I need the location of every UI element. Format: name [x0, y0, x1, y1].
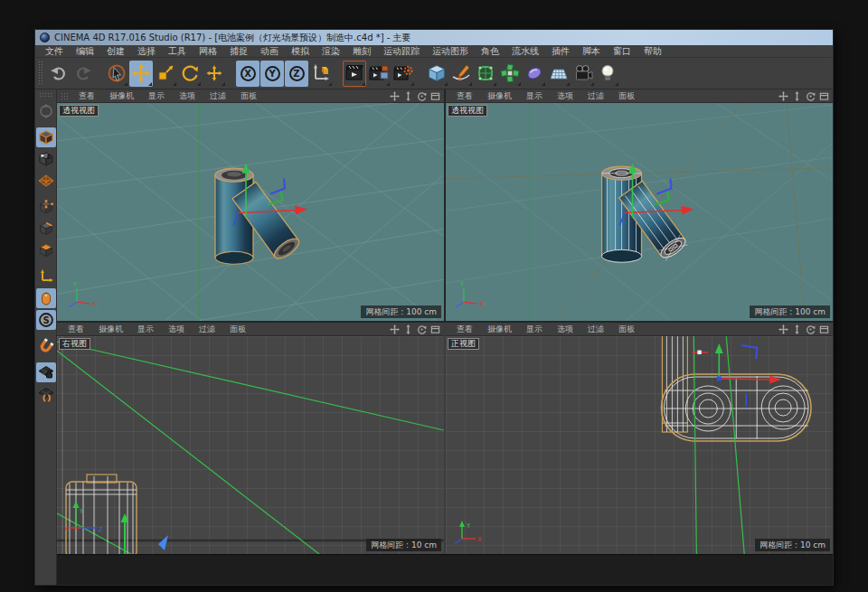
viewport-menu-view[interactable]: 查看 [449, 323, 480, 336]
redo-button[interactable] [71, 61, 95, 87]
menu-item-select[interactable]: 选择 [131, 45, 162, 58]
subdivision-surface-button[interactable] [474, 61, 497, 87]
viewport-menu-view[interactable]: 查看 [61, 323, 91, 336]
lock-x-axis-button[interactable]: X [236, 61, 259, 87]
lock-y-axis-button[interactable]: Y [260, 61, 284, 87]
menu-item-mesh[interactable]: 网格 [193, 45, 223, 58]
floor-button[interactable] [547, 61, 571, 87]
live-selection-button[interactable] [105, 61, 128, 87]
snap-enable-button[interactable]: S [36, 310, 56, 330]
last-tool-button[interactable] [203, 61, 226, 87]
viewport-menu-display[interactable]: 显示 [519, 89, 550, 103]
lock-workplane-button[interactable] [36, 362, 56, 382]
axis-gizmo[interactable] [692, 343, 781, 407]
viewport-menu-view[interactable]: 查看 [449, 89, 480, 103]
viewport-menu-options[interactable]: 选项 [172, 89, 203, 103]
viewport-menu-filter[interactable]: 过滤 [580, 323, 611, 336]
menu-item-mograph[interactable]: 运动图形 [426, 45, 475, 58]
viewport-menu-filter[interactable]: 过滤 [192, 323, 222, 336]
viewport-menu-cameras[interactable]: 摄像机 [480, 323, 519, 336]
viewport-menu-panel[interactable]: 面板 [611, 89, 642, 103]
pan-icon[interactable] [390, 91, 400, 101]
menu-item-script[interactable]: 脚本 [576, 45, 607, 58]
dolly-icon[interactable] [792, 91, 802, 101]
viewport-top-left-canvas[interactable]: Y X 透视视图 网格间距 : 100 cm [57, 103, 444, 321]
viewport-menu-display[interactable]: 显示 [141, 89, 172, 103]
menu-item-motion-tracker[interactable]: 运动跟踪 [377, 45, 426, 58]
viewport-bottom-left-canvas[interactable]: Y X Z 右视图 [57, 336, 444, 554]
viewport-menu-cameras[interactable]: 摄像机 [91, 323, 130, 336]
add-primitive-button[interactable] [425, 61, 448, 87]
camera-button[interactable] [571, 61, 595, 87]
model-mode-button[interactable] [36, 127, 56, 147]
dolly-icon[interactable] [403, 324, 413, 334]
viewport-menu-display[interactable]: 显示 [130, 323, 161, 336]
rotate-view-icon[interactable] [417, 91, 427, 101]
toolbar-grip[interactable] [38, 61, 43, 86]
dolly-icon[interactable] [403, 91, 413, 101]
toggle-view-icon[interactable] [819, 91, 829, 101]
camera-cone-marker[interactable] [158, 535, 168, 550]
menu-item-window[interactable]: 窗口 [607, 45, 637, 58]
render-settings-button[interactable] [392, 61, 415, 87]
undo-button[interactable] [47, 61, 71, 87]
viewport-menu-filter[interactable]: 过滤 [203, 89, 233, 103]
viewport-top-right-canvas[interactable]: Y X 透视视图 网格间距 : 100 cm [446, 103, 833, 321]
rotate-view-icon[interactable] [417, 324, 427, 334]
enable-axis-button[interactable] [36, 267, 56, 287]
viewport-menu-view[interactable]: 查看 [71, 89, 102, 103]
viewport-bottom-right-canvas[interactable]: Y X 正视图 网格间距 : 10 cm [446, 336, 833, 554]
menu-item-create[interactable]: 创建 [100, 45, 131, 58]
array-generator-button[interactable] [498, 61, 522, 87]
metaball-button[interactable] [523, 61, 546, 87]
menu-item-animate[interactable]: 动画 [254, 45, 285, 58]
viewport-menu-options[interactable]: 选项 [161, 323, 192, 336]
toggle-view-icon[interactable] [819, 324, 829, 334]
viewport-menu-cameras[interactable]: 摄像机 [102, 89, 141, 103]
planar-workplane-button[interactable] [36, 384, 56, 404]
viewport-menu-panel[interactable]: 面板 [222, 323, 253, 336]
menu-item-help[interactable]: 帮助 [637, 45, 668, 58]
menu-item-snap[interactable]: 捕捉 [223, 45, 254, 58]
texture-mode-button[interactable] [36, 149, 56, 169]
magnet-snap-button[interactable] [36, 336, 56, 356]
polygons-mode-button[interactable] [36, 240, 56, 260]
mouse-input-button[interactable] [36, 288, 56, 308]
palette-grip[interactable] [39, 92, 53, 99]
lock-z-axis-button[interactable]: Z [285, 61, 308, 87]
viewport-menu-panel[interactable]: 面板 [611, 323, 642, 336]
pan-icon[interactable] [778, 324, 788, 334]
points-mode-button[interactable] [36, 197, 56, 217]
rotate-view-icon[interactable] [806, 91, 816, 101]
viewport-menu-options[interactable]: 选项 [550, 89, 580, 103]
title-bar[interactable]: CINEMA 4D R17.016 Studio (R17) - [电池案例（灯… [35, 30, 833, 45]
menu-item-file[interactable]: 文件 [39, 45, 70, 58]
light-button[interactable] [596, 61, 619, 87]
coordinate-system-button[interactable] [309, 61, 333, 87]
scale-tool-button[interactable] [154, 61, 177, 87]
add-spline-button[interactable] [449, 61, 473, 87]
rotate-tool-button[interactable] [178, 61, 202, 87]
viewport-menu-display[interactable]: 显示 [519, 323, 550, 336]
menu-item-edit[interactable]: 编辑 [70, 45, 100, 58]
dolly-icon[interactable] [792, 324, 802, 334]
viewport-menu-options[interactable]: 选项 [550, 323, 580, 336]
menu-item-simulate[interactable]: 模拟 [285, 45, 316, 58]
toggle-view-icon[interactable] [430, 324, 440, 334]
menu-item-pipeline[interactable]: 流水线 [505, 45, 545, 58]
pan-icon[interactable] [390, 324, 400, 334]
menu-item-character[interactable]: 角色 [475, 45, 505, 58]
menu-item-render[interactable]: 渲染 [316, 45, 346, 58]
viewport-menu-panel[interactable]: 面板 [233, 89, 264, 103]
render-view-button[interactable] [343, 61, 366, 87]
viewport-menu-cameras[interactable]: 摄像机 [480, 89, 519, 103]
rotate-view-icon[interactable] [806, 324, 816, 334]
pan-icon[interactable] [778, 91, 788, 101]
toggle-view-icon[interactable] [430, 91, 440, 101]
menu-item-tools[interactable]: 工具 [162, 45, 193, 58]
make-editable-button[interactable] [36, 101, 56, 121]
workplane-mode-button[interactable] [36, 171, 56, 191]
battery-capsule-wire-front[interactable] [661, 374, 811, 441]
edges-mode-button[interactable] [36, 219, 56, 239]
menu-item-plugins[interactable]: 插件 [545, 45, 576, 58]
